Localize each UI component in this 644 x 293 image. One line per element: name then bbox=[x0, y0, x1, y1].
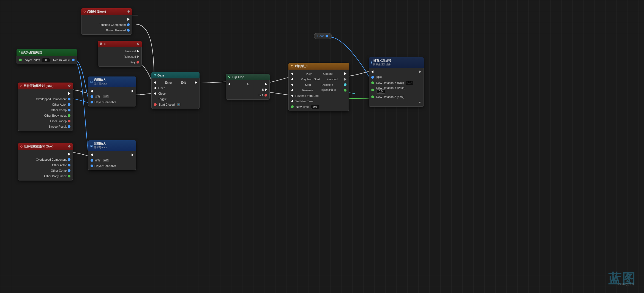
rot-pitch-input[interactable] bbox=[376, 89, 385, 94]
end-other-comp-row: Other Comp bbox=[18, 168, 73, 173]
node-set-rotation-body: 目标 New Rotation X (Roll) New Rotation Y … bbox=[369, 68, 424, 107]
node-key-e-body: Pressed Released Key bbox=[98, 47, 142, 67]
disable-player-controller-pin bbox=[91, 165, 93, 167]
other-comp-row: Other Comp bbox=[18, 107, 73, 113]
exec-right-row bbox=[18, 91, 73, 96]
watermark-sub: CSDN@好帅 bbox=[617, 282, 634, 286]
box-end-title: 组件结束重叠时 (Box) bbox=[24, 144, 53, 149]
rot-yaw-pin bbox=[371, 95, 374, 98]
node-timeline-body: Play Update Play from Start Finished Sto… bbox=[288, 70, 349, 111]
return-value-pin bbox=[72, 59, 75, 61]
from-sweep-row: From Sweep bbox=[18, 118, 73, 124]
pressed-row: Pressed bbox=[98, 48, 141, 54]
enable-player-controller-row: Player Controller bbox=[88, 99, 136, 105]
player-index-input[interactable] bbox=[42, 58, 50, 62]
ff-exec-row: A bbox=[226, 81, 269, 87]
rot-exec-out bbox=[419, 70, 421, 73]
ff-isa-pin bbox=[264, 94, 267, 97]
key-label: Key bbox=[130, 61, 135, 64]
tl-newtime-label: New Time bbox=[296, 105, 309, 108]
gate-start-closed-checkbox[interactable] bbox=[177, 103, 180, 106]
function-icon: f bbox=[19, 51, 20, 54]
door-ref-label: Door bbox=[317, 34, 324, 38]
expand-icon[interactable]: ▼ bbox=[419, 101, 421, 104]
tl-reversefromend-label: Reverse from End bbox=[295, 94, 319, 97]
disable-target-label: 目标 bbox=[94, 158, 100, 162]
gate-enter-label: Enter bbox=[165, 81, 172, 84]
tl-newtime-input[interactable] bbox=[311, 105, 319, 109]
key-pin bbox=[137, 61, 139, 64]
tl-direction-pin bbox=[344, 83, 346, 86]
gate-close-row: Close bbox=[152, 91, 199, 96]
touched-component-label: Touched Component bbox=[99, 23, 126, 26]
node-get-player-controller: f 获取玩家控制器 Player Index Return Value bbox=[17, 49, 77, 64]
other-body-index-label: Other Body Index bbox=[44, 114, 67, 117]
node-set-rotation: f 设置相对旋转 目标是场景组件 目标 New Rotation X (Roll… bbox=[369, 57, 424, 107]
enable-input-subtitle: 目标是Actor bbox=[94, 82, 107, 86]
end-exec-out bbox=[68, 153, 70, 155]
end-other-actor-pin bbox=[68, 164, 70, 166]
enable-exec-row bbox=[88, 88, 136, 94]
box-begin-title: 组件开始重叠时 (Box) bbox=[24, 84, 53, 88]
rot-pitch-label: New Rotation Y (Pitch) bbox=[376, 86, 405, 89]
set-rotation-title: 设置相对旋转 bbox=[373, 59, 391, 63]
button-pressed-row: Button Pressed bbox=[81, 28, 132, 33]
ff-isa-label: Is A bbox=[258, 94, 263, 97]
tl-newtime-pin bbox=[291, 105, 294, 108]
disable-exec-in bbox=[91, 154, 93, 156]
gate-open-pin bbox=[154, 87, 156, 89]
rot-roll-input[interactable] bbox=[406, 81, 413, 85]
node-click-door-header: ◇ 点击时 (Door) ⚙ bbox=[81, 8, 132, 15]
exec-out-begin bbox=[68, 92, 70, 95]
rot-exec-in bbox=[371, 70, 373, 73]
node-gate: ⊟ Gate Enter Exit Open Close Toggle Star… bbox=[151, 72, 200, 109]
disable-player-controller-row: Player Controller bbox=[88, 163, 136, 169]
gate-toggle-label: Toggle bbox=[158, 97, 167, 101]
return-value-label: Return Value bbox=[53, 58, 70, 62]
rot-yaw-label: New Rotation Z (Yaw) bbox=[376, 95, 404, 98]
flip-flop-icon: ∿ bbox=[228, 75, 230, 79]
disable-self-badge: self bbox=[103, 159, 109, 162]
gate-icon: ⊟ bbox=[154, 73, 156, 77]
key-icon: 键 bbox=[100, 42, 102, 46]
set-rotation-subtitle: 目标是场景组件 bbox=[373, 63, 391, 66]
node-enable-input-body: 目标 self Player Controller bbox=[88, 87, 136, 106]
tl-update-pin bbox=[344, 72, 346, 75]
rot-yaw-row: New Rotation Z (Yaw) bbox=[369, 94, 424, 100]
node-enable-input-header: ⊟ 启用输入 目标是Actor bbox=[88, 76, 136, 87]
disable-exec-row bbox=[88, 152, 136, 158]
enable-player-controller-pin bbox=[91, 101, 93, 103]
pressed-label: Pressed bbox=[125, 50, 136, 53]
end-overlapped-comp-label: Overlapped Component bbox=[36, 158, 67, 161]
node-flip-flop-header: ∿ Flip Flop bbox=[226, 74, 270, 80]
ff-a-pin bbox=[265, 83, 267, 86]
tl-stop-row: Stop Direction bbox=[289, 82, 349, 87]
tl-play-pin bbox=[291, 72, 293, 75]
enable-target-label: 目标 bbox=[94, 95, 100, 98]
tl-finished-label: Finished bbox=[327, 78, 338, 81]
end-other-body-index-label: Other Body Index bbox=[44, 174, 67, 178]
end-overlapped-comp-row: Overlapped Component bbox=[18, 157, 73, 162]
ff-b-label: B bbox=[262, 88, 264, 91]
rot-roll-label: New Rotation X (Roll) bbox=[376, 81, 404, 84]
ff-b-pin bbox=[265, 88, 267, 91]
node-get-player-controller-header: f 获取玩家控制器 bbox=[17, 49, 77, 56]
node-timeline-header: ⏱ 时间轴_0 bbox=[288, 63, 349, 70]
rot-pitch-row: New Rotation Y (Pitch) bbox=[369, 86, 424, 94]
gate-start-closed-label: Start Closed bbox=[159, 103, 175, 106]
door-ref-pin bbox=[326, 35, 328, 37]
disable-player-controller-label: Player Controller bbox=[94, 164, 116, 168]
disable-target-row: 目标 self bbox=[88, 158, 136, 163]
tl-update-label: Update bbox=[323, 72, 333, 75]
tl-reverse-pin bbox=[291, 89, 293, 92]
enable-exec-in bbox=[91, 90, 93, 92]
gate-close-label: Close bbox=[158, 92, 166, 95]
get-player-controller-title: 获取玩家控制器 bbox=[21, 50, 42, 54]
gate-title: Gate bbox=[157, 74, 164, 77]
node-key-e: 键 E ⚙ Pressed Released Key bbox=[98, 41, 142, 67]
end-exec-out-row bbox=[18, 151, 73, 157]
disable-exec-out bbox=[132, 154, 134, 156]
node-click-door-body: Touched Component Button Pressed bbox=[81, 15, 132, 35]
rot-roll-pin bbox=[371, 81, 374, 84]
enable-input-title: 启用输入 bbox=[94, 78, 107, 82]
